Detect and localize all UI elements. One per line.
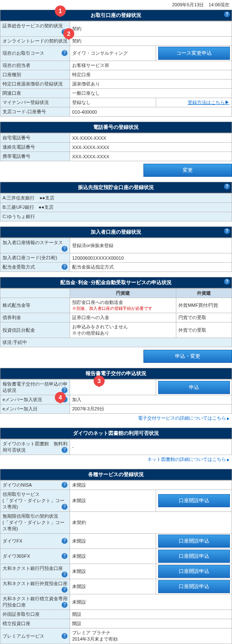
- help-icon[interactable]: ?: [62, 633, 67, 639]
- header-subscriber: 加入者口座の登録状況?: [0, 226, 232, 238]
- val-sec-service: 契約: [70, 21, 232, 37]
- label-phone-home: 自宅電話番号: [0, 133, 70, 143]
- val-sub-status: 登録済or保振未登録: [70, 238, 232, 253]
- help-icon[interactable]: ?: [62, 50, 67, 56]
- callout-4: 4: [55, 392, 66, 403]
- val-type: 特定口座: [70, 70, 232, 80]
- help-icon[interactable]: ?: [62, 602, 67, 608]
- label-type: 口座種別: [0, 70, 70, 80]
- transfer-a: A:三井住友銀行 ●●支店: [0, 194, 232, 203]
- val-div-trust1: お申込みをされていません※その他登録あり: [70, 322, 176, 338]
- label-fx365: ダイワ365FX?: [0, 549, 70, 564]
- help-icon[interactable]: ?: [62, 246, 67, 252]
- btn-course-change[interactable]: コース変更申込: [158, 47, 230, 60]
- val-course: ダイワ・コンサルティング: [70, 46, 156, 61]
- val-reserve: 開設: [70, 619, 232, 628]
- btn-next-fc[interactable]: 口座開設申込: [158, 580, 230, 593]
- label-course: 現在のお取引コース?: [0, 46, 70, 61]
- help-icon[interactable]: ?: [62, 504, 67, 510]
- val-sub-code: 120006001XXXXX00010: [70, 253, 232, 263]
- val-fx365: 未開設: [70, 549, 156, 564]
- blank: [0, 289, 70, 298]
- val-mynumber: 登録なし: [70, 98, 156, 107]
- callout-2: 2: [63, 28, 74, 39]
- label-library: ダイワのネット図書館 無料利用可否状況?: [0, 439, 70, 455]
- label-unlimited: 無期限信用取引の契約状況 (「ダイワ・ダイレクト」コース専用): [0, 512, 70, 534]
- header-edelivery: 報告書電子交付の申込状況: [0, 368, 232, 379]
- help-icon[interactable]: ?: [62, 572, 67, 577]
- label-branch: 支店コード-口座番号: [0, 107, 70, 117]
- val-staff: お客様サービス班: [70, 61, 232, 70]
- link-edelivery[interactable]: 電子交付サービスの詳細についてはこちら: [138, 415, 229, 420]
- btn-div-apply[interactable]: 申込・変更: [143, 350, 232, 363]
- val-ed-member: 加入: [70, 395, 232, 404]
- transfer-c: C:ゆうちょ銀行: [0, 212, 232, 221]
- help-icon[interactable]: ?: [224, 184, 230, 189]
- help-icon[interactable]: ?: [224, 11, 230, 17]
- btn-phone-change[interactable]: 変更: [143, 164, 232, 177]
- val-related: 一般口座なし: [70, 89, 232, 98]
- transfer-b: B:三菱UFJ銀行 ●●支店: [0, 203, 232, 212]
- callout-1: 1: [55, 5, 66, 16]
- label-sub-div: 配当金受取方式?: [0, 263, 70, 272]
- btn-credit[interactable]: 口座開設申込: [158, 494, 230, 507]
- help-icon[interactable]: ?: [224, 279, 230, 285]
- label-next-yen: 大和ネクスト銀行円預金口座?: [0, 564, 70, 579]
- val-withholding: 源泉徴収あり: [70, 80, 232, 89]
- val-fx: 未開設: [70, 534, 156, 549]
- help-icon[interactable]: ?: [224, 228, 230, 234]
- val-nisa: 未開設: [70, 481, 232, 490]
- header-services: 各種サービスの登録状況: [0, 469, 232, 480]
- val-sub-div: 配当金振込指定方式: [70, 263, 232, 272]
- col-fc: 外貨建: [176, 289, 232, 298]
- val-next-yen: 未開設: [70, 564, 156, 579]
- val-div-bond2: 円貨での受取: [176, 313, 232, 322]
- help-icon[interactable]: ?: [62, 538, 67, 544]
- val-phone-contact: XXX-XXXX-XXXX: [70, 143, 232, 152]
- val-library: -: [70, 439, 232, 455]
- label-withholding: 特定口座源泉徴収の登録状況: [0, 80, 70, 89]
- help-icon[interactable]: ?: [62, 587, 67, 593]
- label-reserve: 積立投資口座: [0, 619, 70, 628]
- help-icon[interactable]: ?: [62, 553, 67, 559]
- label-sec-service: 証券総合サービスの契約状況?: [0, 21, 70, 37]
- val-div-trust2: 外貨での受取: [176, 322, 232, 338]
- val-credit: 未開設: [70, 490, 156, 512]
- help-icon[interactable]: ?: [62, 264, 67, 270]
- btn-fx[interactable]: 口座開設申込: [158, 535, 230, 548]
- val-phone-mobile: XXX-XXXX-XXXX: [70, 152, 232, 161]
- col-yen: 円貨建: [70, 289, 176, 298]
- help-icon[interactable]: ?: [62, 482, 67, 488]
- val-next-reserve: 未開設: [70, 594, 232, 610]
- header-phone: 電話番号の登録状況: [0, 122, 232, 133]
- btn-next-yen[interactable]: 口座開設申込: [158, 565, 230, 578]
- label-mynumber: マイナンバー登録状況: [0, 98, 70, 107]
- label-foreign: 外国証券取引口座: [0, 610, 70, 619]
- val-branch: 010-400000: [70, 107, 232, 117]
- label-nisa: ダイワのNISA?: [0, 481, 70, 490]
- header-divservice: 配当金･利金･分配金自動受取サービスの申込状況?: [0, 277, 232, 288]
- link-mynumber[interactable]: 登録方法はこちら▶: [188, 100, 229, 105]
- label-staff: 現在の担当者: [0, 61, 70, 70]
- label-ed-date: eメンバー加入日: [0, 404, 70, 414]
- label-phone-contact: 連絡先電話番号: [0, 143, 70, 152]
- val-unlimited: 未契約: [70, 512, 232, 534]
- label-sub-status: 加入者口座情報のステータス?: [0, 238, 70, 253]
- val-premium: プレミア プラチナ 2014年3月末まで有効: [70, 628, 232, 644]
- label-div-trust: 投資信託分配金: [0, 322, 70, 338]
- header-transfer: 振込先指定預貯金口座の登録状況?: [0, 182, 232, 193]
- val-ed-batch: [70, 380, 156, 395]
- callout-3: 3: [94, 375, 105, 386]
- val-next-fc: 未開設: [70, 579, 156, 594]
- help-icon[interactable]: ?: [62, 447, 67, 453]
- btn-fx365[interactable]: 口座開設申込: [158, 550, 230, 563]
- btn-ed-apply[interactable]: 申込: [158, 381, 230, 394]
- header-account-text: お取引口座の登録状況: [91, 12, 141, 18]
- label-phone-mobile: 携帯電話番号: [0, 152, 70, 161]
- header-account: お取引口座の登録状況?: [0, 10, 232, 21]
- val-div-stock1: 預貯金口座への自動送金※別途、加入者口座の登録手続が必要です: [70, 298, 176, 313]
- label-next-fc: 大和ネクスト銀行外貨預金口座?: [0, 579, 70, 594]
- val-div-stock2: 外貨MMF買付/円貨: [176, 298, 232, 313]
- link-library[interactable]: ネット図書館の詳細についてはこちら: [147, 457, 229, 462]
- label-fx: ダイワFX?: [0, 534, 70, 549]
